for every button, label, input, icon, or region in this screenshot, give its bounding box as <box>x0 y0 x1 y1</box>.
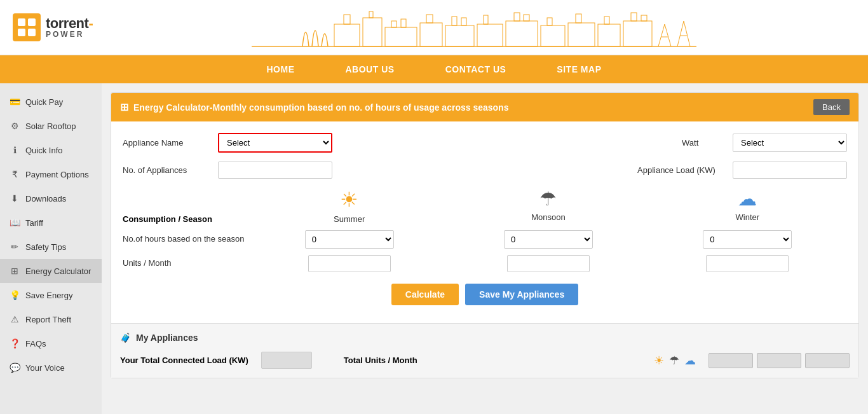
svg-rect-5 <box>344 15 350 24</box>
question-icon: ❓ <box>9 338 20 349</box>
hours-label: No.of hours based on the season <box>123 233 250 245</box>
info-icon: ℹ <box>9 144 20 156</box>
winter-label: Winter <box>736 212 760 222</box>
calc-card-header: ⊞ Energy Calculator-Monthly consumption … <box>111 93 858 121</box>
calc-title: Energy Calculator-Monthly consumption ba… <box>133 102 508 113</box>
units-inputs <box>250 255 847 272</box>
svg-rect-1 <box>28 18 36 26</box>
svg-rect-11 <box>420 23 442 46</box>
svg-rect-18 <box>506 21 538 46</box>
header: torrent- POWER <box>0 0 868 55</box>
totals-row: Your Total Connected Load (KW) Total Uni… <box>120 352 850 369</box>
my-appliances-section: 🧳 My Appliances Your Total Connected Loa… <box>111 323 858 378</box>
nav-contact[interactable]: CONTACT US <box>420 55 532 83</box>
svg-rect-22 <box>547 18 552 25</box>
watt-select[interactable]: Select <box>733 134 847 152</box>
appliance-name-select[interactable]: Select <box>218 133 332 153</box>
hours-inputs: 0123 4567 8910 0123 4567 8910 <box>250 230 847 249</box>
sidebar-item-save-energy[interactable]: 💡 Save Energy <box>0 283 102 307</box>
sidebar-item-your-voice[interactable]: 💬 Your Voice <box>0 355 102 380</box>
svg-rect-8 <box>385 27 417 46</box>
monsoon-units-input[interactable] <box>507 255 590 272</box>
summer-label: Summer <box>334 214 365 224</box>
sidebar-item-payment-options[interactable]: ₹ Payment Options <box>0 162 102 186</box>
nav-sitemap[interactable]: SITE MAP <box>531 55 627 83</box>
sidebar-item-solar-rooftop[interactable]: ⚙ Solar Rooftop <box>0 114 102 138</box>
action-buttons: Calculate Save My Appliances <box>123 284 847 305</box>
monsoon-hours-select[interactable]: 0123 4567 8910 <box>504 230 593 249</box>
alert-icon: ⚠ <box>9 314 20 325</box>
save-appliances-button[interactable]: Save My Appliances <box>465 284 578 305</box>
season-header-row: Consumption / Season ☀ Summer ☂ Monsoon <box>123 188 847 224</box>
svg-rect-19 <box>514 13 520 21</box>
sun-mini-icon: ☀ <box>654 354 664 368</box>
nav-home[interactable]: HOME <box>241 55 320 83</box>
sidebar-item-tariff[interactable]: 📖 Tariff <box>0 210 102 235</box>
brand-tagline: POWER <box>46 31 93 38</box>
winter-units-input[interactable] <box>706 255 789 272</box>
sidebar-item-energy-calculator[interactable]: ⊞ Energy Calculator <box>0 259 102 283</box>
svg-rect-27 <box>623 21 652 46</box>
svg-rect-15 <box>461 18 466 25</box>
monsoon-hours-cell: 0123 4567 8910 <box>449 230 648 249</box>
briefcase-icon: 🧳 <box>120 333 131 343</box>
monsoon-units-cell <box>449 255 648 272</box>
appliance-load-input[interactable] <box>733 162 847 179</box>
calc-title-area: ⊞ Energy Calculator-Monthly consumption … <box>120 101 508 113</box>
no-of-appliances-input[interactable] <box>218 162 332 179</box>
sidebar-item-safety-tips[interactable]: ✏ Safety Tips <box>0 235 102 259</box>
summer-total-input[interactable] <box>709 353 753 368</box>
energy-calculator-card: ⊞ Energy Calculator-Monthly consumption … <box>111 92 859 378</box>
sidebar-item-quick-pay[interactable]: 💳 Quick Pay <box>0 90 102 114</box>
summer-units-cell <box>250 255 449 272</box>
back-button[interactable]: Back <box>813 99 850 115</box>
appliance-name-row: Appliance Name Select Watt Select <box>123 133 847 153</box>
total-units-inputs <box>709 353 850 368</box>
winter-total-input[interactable] <box>805 353 850 368</box>
cloud-icon: ☁ <box>738 188 757 210</box>
main-layout: 💳 Quick Pay ⚙ Solar Rooftop ℹ Quick Info… <box>0 83 868 414</box>
umbrella-mini-icon: ☂ <box>669 354 679 368</box>
sidebar-item-report-theft[interactable]: ⚠ Report Theft <box>0 307 102 331</box>
watt-label: Watt <box>682 138 720 148</box>
total-connected-load-input[interactable] <box>261 352 312 369</box>
svg-rect-10 <box>401 19 406 27</box>
main-nav: HOME ABOUT US CONTACT US SITE MAP <box>0 55 868 83</box>
units-row: Units / Month <box>123 255 847 272</box>
winter-units-cell <box>648 255 847 272</box>
svg-rect-0 <box>18 18 25 26</box>
winter-hours-select[interactable]: 0123 4567 8910 <box>703 230 792 249</box>
season-mini-icons: ☀ ☂ ☁ <box>654 354 696 368</box>
book-icon: 📖 <box>9 217 20 228</box>
bulb-icon: 💡 <box>9 289 20 301</box>
sidebar-item-quick-info[interactable]: ℹ Quick Info <box>0 138 102 162</box>
appliance-count-row: No. of Appliances Appliance Load (KW) <box>123 162 847 179</box>
svg-rect-6 <box>363 18 382 46</box>
svg-rect-29 <box>641 15 647 21</box>
sidebar: 💳 Quick Pay ⚙ Solar Rooftop ℹ Quick Info… <box>0 83 102 414</box>
credit-card-icon: 💳 <box>9 96 20 107</box>
season-columns-header: ☀ Summer ☂ Monsoon ☁ Winter <box>250 188 847 224</box>
svg-rect-17 <box>484 15 488 24</box>
svg-rect-9 <box>391 21 397 27</box>
logo: torrent- POWER <box>13 13 93 41</box>
season-section: Consumption / Season ☀ Summer ☂ Monsoon <box>123 188 847 272</box>
total-units-label: Total Units / Month <box>344 355 417 365</box>
sidebar-item-downloads[interactable]: ⬇ Downloads <box>0 186 102 210</box>
total-connected-load-label: Your Total Connected Load (KW) <box>120 355 248 365</box>
pencil-icon: ✏ <box>9 241 20 252</box>
svg-rect-21 <box>541 25 565 46</box>
nav-about[interactable]: ABOUT US <box>320 55 420 83</box>
consumption-season-label: Consumption / Season <box>123 214 250 224</box>
svg-rect-23 <box>568 23 595 46</box>
calculate-button[interactable]: Calculate <box>391 284 459 305</box>
summer-units-input[interactable] <box>308 255 391 272</box>
svg-rect-25 <box>598 24 620 46</box>
summer-hours-select[interactable]: 0123 4567 8910 <box>305 230 394 249</box>
winter-hours-cell: 0123 4567 8910 <box>648 230 847 249</box>
sidebar-item-faqs[interactable]: ❓ FAQs <box>0 331 102 355</box>
svg-rect-28 <box>631 13 637 21</box>
rupee-icon: ₹ <box>9 169 20 180</box>
svg-rect-16 <box>477 24 503 46</box>
monsoon-total-input[interactable] <box>757 353 801 368</box>
